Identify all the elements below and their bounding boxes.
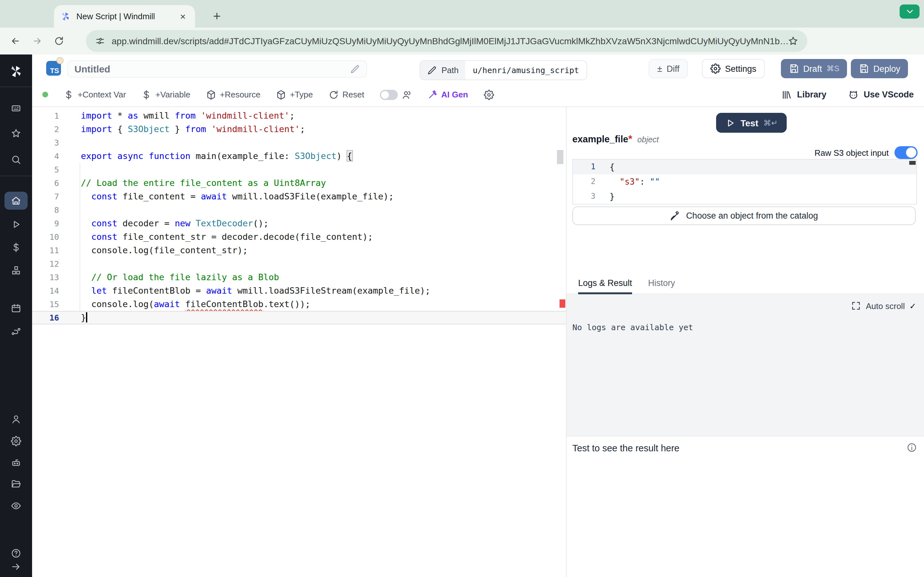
code-editor[interactable]: 1import * as wmill from 'windmill-client…	[32, 107, 566, 577]
code-line-10[interactable]: 10 const file_content_str = decoder.deco…	[32, 230, 566, 243]
code-line-9[interactable]: 9 const decoder = new TextDecoder();	[32, 217, 566, 230]
divider	[0, 87, 32, 87]
editor-scrollbar[interactable]	[557, 150, 564, 164]
code-line-6[interactable]: 6// Load the entire file_content as a Ui…	[32, 176, 566, 190]
line-number: 6	[32, 176, 59, 190]
code-line-8[interactable]: 8	[32, 203, 566, 217]
save-icon	[788, 63, 798, 74]
code-line-2[interactable]: 2import { S3Object } from 'windmill-clie…	[32, 122, 566, 136]
library-icon	[782, 89, 792, 100]
bookmark-icon[interactable]	[788, 36, 798, 46]
code-line-14[interactable]: 14 let fileContentBlob = await wmill.loa…	[32, 284, 566, 298]
code-line-4[interactable]: 4export async function main(example_file…	[32, 149, 566, 163]
ai-gen-button[interactable]: AI Gen	[427, 89, 468, 100]
chrome-dropdown-button[interactable]	[900, 5, 919, 19]
path-field[interactable]: Path u/henri/amusing_script	[420, 60, 588, 80]
tab-logs-result[interactable]: Logs & Result	[578, 278, 632, 294]
address-bar[interactable]: app.windmill.dev/scripts/add#JTdCJTIyaGF…	[86, 30, 807, 52]
new-tab-button[interactable]: +	[208, 7, 226, 25]
browser-tab[interactable]: New Script | Windmill ×	[54, 5, 195, 27]
code-line-1[interactable]: 1import * as wmill from 'windmill-client…	[32, 109, 566, 122]
info-icon[interactable]	[907, 442, 917, 453]
sidebar-item-schedules[interactable]	[5, 300, 27, 318]
line-number: 2	[32, 122, 59, 136]
forward-button[interactable]	[26, 30, 48, 52]
draft-button[interactable]: Draft ⌘S	[780, 59, 847, 78]
add-variable-button[interactable]: +Variable	[142, 89, 191, 100]
code-line-13[interactable]: 13 // Or load the file lazily as a Blob	[32, 271, 566, 284]
error-token: fileContentBlob	[185, 299, 263, 309]
tab-close-icon[interactable]: ×	[177, 11, 189, 22]
code-line-5[interactable]: 5	[32, 163, 566, 176]
script-title[interactable]: Untitled	[74, 63, 350, 74]
choose-object-button[interactable]: Choose an object from the catalog	[572, 206, 916, 225]
sidebar-item-variables[interactable]	[5, 239, 27, 256]
dollar-icon	[142, 89, 152, 100]
library-button[interactable]: Library	[782, 89, 827, 100]
expand-icon	[851, 301, 861, 311]
sidebar-item-home[interactable]	[5, 192, 27, 210]
path-value[interactable]: u/henri/amusing_script	[465, 61, 587, 79]
code-line-16[interactable]: 16}	[32, 311, 566, 324]
test-button[interactable]: Test ⌘↵	[716, 113, 787, 133]
code-line-3[interactable]: 3	[32, 136, 566, 149]
reset-button[interactable]: Reset	[328, 89, 364, 100]
code-line-11[interactable]: 11 console.log(file_content_str);	[32, 243, 566, 257]
gear-icon	[710, 63, 720, 74]
save-icon	[859, 63, 869, 74]
json-line-2[interactable]: 2 "s3": ""	[573, 174, 916, 189]
editor-settings-button[interactable]	[483, 89, 494, 100]
sidebar-item-user[interactable]	[5, 410, 27, 428]
people-icon	[401, 89, 412, 100]
code-line-7[interactable]: 7 const file_content = await wmill.loadS…	[32, 190, 566, 203]
json-line-3[interactable]: 3}	[573, 189, 916, 204]
sidebar-item-expand[interactable]	[5, 558, 27, 576]
sidebar-item-workers[interactable]	[5, 454, 27, 472]
tab-history[interactable]: History	[648, 278, 675, 288]
sidebar-item-audit[interactable]	[5, 497, 27, 515]
url-text[interactable]: app.windmill.dev/scripts/add#JTdCJTIyaGF…	[111, 36, 788, 46]
sidebar-item-folders[interactable]	[5, 475, 27, 493]
tab-title: New Script | Windmill	[76, 11, 177, 21]
line-number: 11	[32, 243, 59, 257]
json-line-1[interactable]: 1{	[573, 160, 916, 174]
auto-scroll-control[interactable]: Auto scroll ✓	[851, 301, 916, 311]
eyedropper-icon	[670, 211, 680, 221]
eye-icon	[11, 501, 21, 511]
raw-s3-row: Raw S3 object input	[814, 146, 918, 159]
collab-switch[interactable]	[380, 89, 397, 100]
settings-button[interactable]: Settings	[702, 59, 765, 78]
sidebar-item-settings[interactable]	[5, 432, 27, 450]
diff-icon: ±	[657, 63, 662, 74]
sidebar-item-runs[interactable]	[5, 215, 27, 234]
diff-button[interactable]: ± Diff	[649, 59, 688, 78]
sidebar-item-flows[interactable]	[5, 322, 27, 340]
use-vscode-button[interactable]: Use VScode	[848, 89, 914, 100]
raw-s3-toggle[interactable]	[895, 146, 918, 159]
sidebar-item-resources[interactable]	[5, 261, 27, 279]
add-context-var-button[interactable]: +Context Var	[63, 89, 126, 100]
reload-button[interactable]	[48, 30, 70, 52]
sidebar-item-apps[interactable]	[5, 99, 27, 117]
help-icon	[11, 548, 21, 558]
sidebar-item-search[interactable]	[5, 151, 27, 169]
result-tabs: Logs & Result History	[567, 277, 924, 294]
collab-toggle[interactable]	[380, 89, 412, 100]
summary-input[interactable]: Untitled	[67, 60, 367, 77]
pencil-icon[interactable]	[350, 64, 360, 74]
code-line-15[interactable]: 15 console.log(await fileContentBlob.tex…	[32, 298, 566, 311]
json-input-editor[interactable]: 1{2 "s3": ""3}	[572, 159, 917, 205]
code-line-12[interactable]: 12	[32, 257, 566, 271]
line-number: 13	[32, 271, 59, 284]
windmill-logo[interactable]	[9, 65, 23, 79]
sidebar-item-favorites[interactable]	[5, 124, 27, 142]
tune-icon[interactable]	[95, 36, 105, 46]
add-type-button[interactable]: +Type	[276, 89, 313, 100]
json-scrollbar[interactable]	[909, 161, 916, 165]
folder-icon	[11, 479, 21, 489]
screen: New Script | Windmill × + app.windmill.d…	[0, 0, 924, 577]
add-resource-button[interactable]: +Resource	[206, 89, 260, 100]
deploy-button[interactable]: Deploy	[851, 59, 908, 78]
check-icon[interactable]: ✓	[909, 301, 916, 311]
back-button[interactable]	[5, 30, 26, 52]
